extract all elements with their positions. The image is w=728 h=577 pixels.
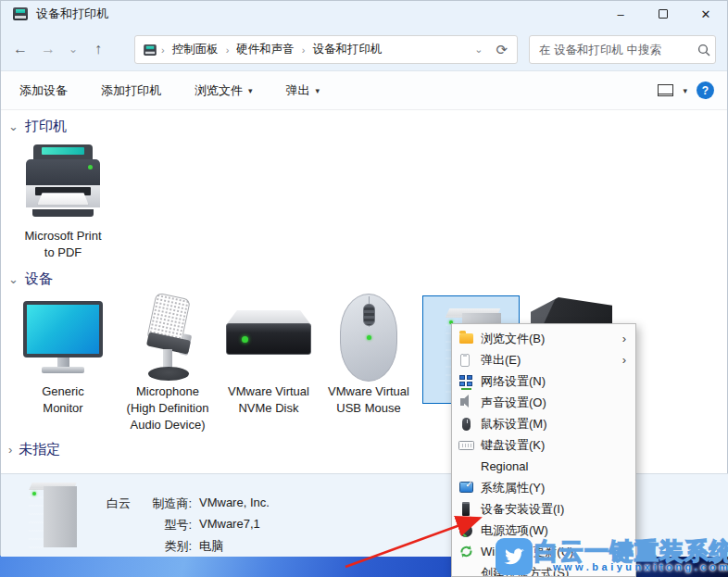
maximize-button[interactable]: [642, 1, 684, 27]
section-unspecified-label: 未指定: [19, 441, 60, 458]
menu-item-label: 电源选项(W): [481, 522, 628, 539]
details-info: 白云 制造商: VMware, Inc. 型号: VMware7,1 类别: 电…: [86, 495, 270, 555]
eject-button[interactable]: 弹出▾: [286, 82, 320, 99]
add-printer-button[interactable]: 添加打印机: [101, 82, 161, 99]
menu-item-create-shortcut[interactable]: 创建快捷方式(S): [452, 562, 635, 577]
chevron-down-icon: ⌄: [8, 119, 19, 133]
view-toggle-icon[interactable]: [658, 84, 673, 96]
history-dropdown-icon[interactable]: ⌄: [62, 43, 84, 56]
menu-item-device-installation-settings[interactable]: 设备安装设置(I): [452, 498, 635, 520]
browse-files-button[interactable]: 浏览文件▾: [195, 82, 253, 99]
forward-button[interactable]: →: [34, 41, 62, 57]
menu-item-eject[interactable]: 弹出(E) ›: [452, 349, 635, 370]
device-install-icon: [458, 502, 481, 517]
breadcrumb-separator-icon: ›: [222, 44, 233, 56]
address-bar[interactable]: › 控制面板 › 硬件和声音 › 设备和打印机 ⌄ ⟳: [134, 35, 518, 64]
menu-item-browse-files[interactable]: 浏览文件(B) ›: [452, 328, 635, 349]
computer-tower-icon: [29, 483, 77, 549]
breadcrumb-control-panel[interactable]: 控制面板: [169, 42, 222, 57]
menu-item-keyboard-settings[interactable]: 键盘设置(K): [452, 434, 635, 456]
keyboard-icon: [458, 438, 481, 453]
refresh-icon[interactable]: ⟳: [488, 42, 509, 58]
devices-and-printers-screen: 设备和打印机 – ✕ ← → ⌄ ↑ › 控制面板 › 硬件和声音 › 设备和打…: [0, 0, 728, 577]
device-label-line: (High Definition: [114, 400, 221, 417]
maximize-icon: [659, 9, 668, 19]
device-label-line: Monitor: [12, 400, 114, 417]
windows-update-icon: [458, 545, 481, 559]
menu-item-label: 浏览文件(B): [481, 331, 622, 347]
browse-files-label: 浏览文件: [195, 82, 243, 99]
back-button[interactable]: ←: [6, 41, 34, 57]
search-icon[interactable]: [692, 44, 715, 56]
speaker-icon: [458, 395, 481, 410]
minimize-icon: –: [617, 7, 623, 21]
breadcrumb-location-icon: [144, 44, 157, 56]
minimize-button[interactable]: –: [599, 1, 642, 27]
device-label: VMware Virtual USB Mouse: [318, 383, 420, 417]
dropdown-icon: ▾: [316, 86, 320, 95]
mouse-icon: [458, 417, 481, 432]
breadcrumb-devices-printers[interactable]: 设备和打印机: [309, 42, 386, 57]
search-box[interactable]: [529, 35, 716, 64]
menu-item-regional[interactable]: Regional: [452, 456, 635, 477]
section-devices-label: 设备: [25, 270, 53, 288]
submenu-arrow-icon: ›: [622, 332, 628, 345]
titlebar: 设备和打印机 – ✕: [1, 1, 727, 27]
device-label-line: Generic: [12, 383, 114, 400]
close-button[interactable]: ✕: [684, 1, 727, 27]
dropdown-icon: ▾: [248, 86, 253, 95]
navigation-bar: ← → ⌄ ↑ › 控制面板 › 硬件和声音 › 设备和打印机 ⌄ ⟳: [1, 27, 727, 71]
menu-item-label: 鼠标设置(M): [481, 416, 628, 433]
add-device-button[interactable]: 添加设备: [19, 82, 68, 99]
system-properties-icon: [458, 481, 481, 495]
details-row-label: 类别:: [138, 538, 192, 555]
details-row-value: VMware, Inc.: [199, 495, 270, 512]
device-label-line: USB Mouse: [318, 400, 420, 417]
breadcrumb-hardware-sound[interactable]: 硬件和声音: [232, 42, 298, 57]
window-app-icon: [13, 7, 28, 20]
menu-item-network-settings[interactable]: 网络设置(N): [452, 370, 635, 392]
breadcrumb-separator-icon: ›: [157, 44, 169, 56]
device-label-line: Microphone: [114, 383, 221, 400]
view-dropdown-icon[interactable]: ▾: [683, 86, 687, 95]
printer-label-line1: Microsoft Print: [7, 228, 119, 245]
device-label-line: Audio Device): [114, 417, 221, 433]
device-name: 白云: [86, 495, 131, 512]
section-printers[interactable]: ⌄ 打印机: [8, 118, 67, 135]
window-title: 设备和打印机: [36, 6, 108, 22]
add-printer-label: 添加打印机: [101, 82, 161, 99]
device-label: Microphone (High Definition Audio Device…: [114, 383, 221, 433]
network-icon: [458, 374, 481, 389]
details-row-value: VMware7,1: [199, 517, 270, 533]
menu-item-mouse-settings[interactable]: 鼠标设置(M): [452, 413, 635, 434]
menu-item-label: 弹出(E): [481, 352, 622, 369]
up-button[interactable]: ↑: [84, 41, 112, 57]
menu-item-system-properties[interactable]: 系统属性(Y): [452, 477, 635, 498]
section-devices[interactable]: ⌄ 设备: [8, 270, 53, 288]
search-input[interactable]: [530, 44, 692, 56]
details-row-label: 型号:: [138, 517, 192, 533]
command-toolbar: 添加设备 添加打印机 浏览文件▾ 弹出▾ ▾ ?: [1, 71, 727, 110]
menu-item-label: 键盘设置(K): [481, 437, 628, 454]
help-button[interactable]: ?: [697, 82, 714, 99]
device-label-line: VMware Virtual: [318, 383, 420, 400]
breadcrumb-separator-icon: ›: [298, 44, 309, 56]
menu-item-label: Regional: [481, 459, 628, 473]
address-dropdown-icon[interactable]: ⌄: [469, 44, 488, 56]
details-row-value: 电脑: [199, 538, 270, 555]
menu-item-label: 声音设置(O): [481, 395, 628, 411]
device-label-line: VMware Virtual: [218, 383, 320, 400]
menu-item-sound-settings[interactable]: 声音设置(O): [452, 392, 635, 413]
menu-item-label: Windows 更新(U): [481, 544, 628, 560]
section-unspecified[interactable]: › 未指定: [8, 441, 60, 458]
context-menu: 浏览文件(B) › 弹出(E) › 网络设置(N) 声音设置(O) 鼠标设置(M…: [451, 323, 636, 577]
menu-item-windows-update[interactable]: Windows 更新(U): [452, 541, 635, 562]
add-device-label: 添加设备: [19, 82, 68, 99]
submenu-arrow-icon: ›: [622, 353, 628, 367]
menu-item-power-options[interactable]: 电源选项(W): [452, 520, 635, 541]
details-row-label: 制造商:: [138, 495, 192, 512]
eject-label: 弹出: [286, 82, 310, 99]
microphone-icon: [140, 295, 194, 381]
menu-item-label: 系统属性(Y): [481, 480, 628, 496]
printer-label-line2: to PDF: [7, 245, 119, 261]
